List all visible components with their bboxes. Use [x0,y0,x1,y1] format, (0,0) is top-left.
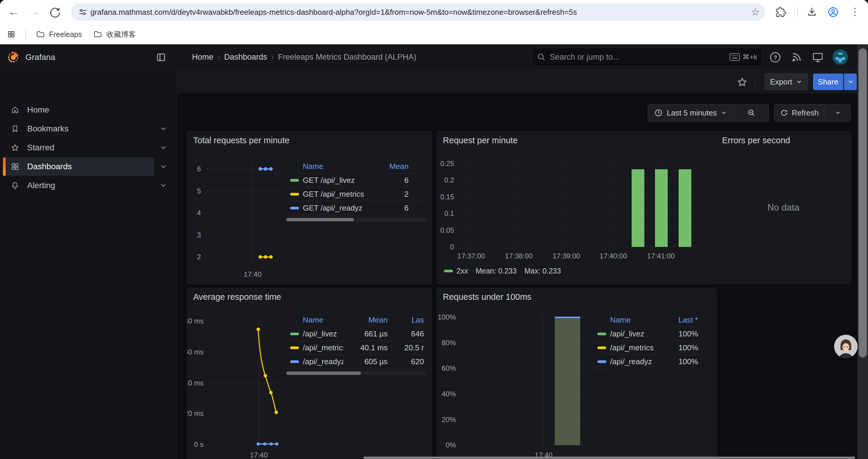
legend-row[interactable]: /api/_readyz605 µs620 [286,355,427,369]
chevron-down-icon[interactable] [159,125,167,133]
legend-scrollbar[interactable] [286,371,427,375]
legend-value: 605 µs [343,357,388,366]
legend-scrollbar-thumb[interactable] [286,371,361,375]
sidebar-item-dashboards[interactable]: Dashboards [3,157,154,176]
legend-value: 6 [385,176,427,185]
legend-row[interactable]: /api/_readyz100% [593,355,703,369]
series-name[interactable]: /api/_metrics [610,343,653,352]
address-bar[interactable]: grafana.mathmast.com/d/deytv4rwavabkb/fr… [71,4,765,21]
series-color-dash[interactable] [597,360,606,363]
sidebar-toggle-icon[interactable] [156,52,166,62]
series-color-dash[interactable] [290,347,299,349]
panel-errors-per-second: Errors per second No data [716,131,851,284]
bookmark-folder-blogs[interactable]: 收藏博客 [89,28,141,41]
legend-header-col[interactable]: Mean [343,316,388,325]
profile-icon[interactable] [828,7,838,18]
horizontal-scrollbar[interactable] [363,457,855,459]
url-text[interactable]: grafana.mathmast.com/d/deytv4rwavabkb/fr… [90,4,577,21]
series-color-dash[interactable] [290,333,299,335]
legend-header-name[interactable]: Name [286,162,385,171]
series-color-dash[interactable] [290,207,299,209]
keyboard-icon [730,53,740,61]
sidebar-item-starred[interactable]: Starred [3,138,154,157]
sidebar-item-alerting[interactable]: Alerting [3,176,154,195]
forward-button[interactable]: → [26,0,42,24]
help-icon[interactable]: ? [769,52,781,63]
legend-row[interactable]: /api/_metrics40.1 ms20.5 r [286,341,427,355]
scrollbar-thumb[interactable] [859,48,867,357]
panel-title[interactable]: Request per minute [443,136,518,145]
bookmark-star-icon[interactable]: ☆ [751,4,760,21]
back-button[interactable]: ← [5,0,22,24]
legend-row[interactable]: /api/_livez661 µs646 [286,327,427,341]
legend-scrollbar-thumb[interactable] [286,218,354,221]
scrollbar-track[interactable] [857,44,868,459]
series-color-dash[interactable] [290,193,299,196]
series-name[interactable]: /api/_livez [303,329,337,338]
export-button[interactable]: Export [765,73,808,90]
legend-scrollbar[interactable] [286,218,427,222]
series-name[interactable]: GET /api/_readyz [303,203,363,213]
legend-header-col[interactable]: Las [388,316,427,325]
assistant-avatar[interactable] [834,335,858,358]
extensions-icon[interactable] [776,7,786,18]
browser-menu-icon[interactable]: ⋮ [847,0,863,24]
kiosk-monitor-icon[interactable] [812,52,824,63]
share-button[interactable]: Share [813,73,843,90]
chevron-down-icon[interactable] [159,163,167,170]
legend-row[interactable]: GET /api/_readyz6 [286,201,427,215]
series-color-dash[interactable] [597,347,606,349]
series-name[interactable]: /api/_readyz [610,357,652,366]
share-menu-button[interactable] [844,73,857,90]
refresh-interval-button[interactable] [825,104,850,121]
legend-header-col[interactable]: Last * [668,316,703,325]
chevron-down-icon[interactable] [159,144,167,152]
search-input[interactable]: Search or jump to... ⌘+k [532,47,762,66]
grafana-logo[interactable] [7,51,20,64]
breadcrumb-separator: › [213,53,224,62]
panel-title[interactable]: Total requests per minute [193,136,289,145]
sidebar-item-home[interactable]: Home [3,101,154,119]
legend-header-name[interactable]: Name [286,316,343,325]
dashboard-toolbar: Export Share [177,70,868,94]
brand-name[interactable]: Grafana [25,44,55,70]
legend-header-col[interactable]: Mean [385,162,427,171]
series-name[interactable]: GET /api/_livez [303,176,355,185]
breadcrumb-dashboards[interactable]: Dashboards [224,53,267,62]
series-color-dash[interactable] [290,360,299,363]
panel-title[interactable]: Requests under 100ms [443,292,531,302]
bookmark-folder-freeleaps[interactable]: Freeleaps [31,28,87,41]
user-avatar[interactable] [833,49,848,65]
sidebar-item-bookmarks[interactable]: Bookmarks [3,120,154,138]
refresh-button[interactable]: Refresh [774,104,825,121]
download-icon[interactable] [807,7,817,18]
legend-row[interactable]: /api/_metrics100% [593,341,703,355]
series-name[interactable]: /api/_metrics [303,343,343,352]
series-name[interactable]: /api/_readyz [303,357,343,366]
bar[interactable] [632,169,644,247]
series-color-dash[interactable] [597,333,606,335]
chevron-down-icon[interactable] [159,182,167,189]
series-name[interactable]: GET /api/_metrics [303,190,364,199]
bar[interactable] [655,169,668,247]
search-icon [537,53,546,61]
breadcrumb-home[interactable]: Home [192,53,213,62]
time-range-picker[interactable]: Last 5 minutes [648,104,733,121]
bar[interactable] [679,169,691,247]
legend-row[interactable]: /api/_livez100% [593,327,703,341]
axis-tick: 40% [442,390,456,398]
series-name[interactable]: 2xx [457,267,468,275]
news-rss-icon[interactable] [790,52,802,63]
reload-button[interactable] [47,0,63,24]
legend-row[interactable]: GET /api/_metrics2 [286,187,427,201]
zoom-out-button[interactable] [734,104,769,121]
series-color-dash[interactable] [444,270,453,272]
apps-grid-icon[interactable] [7,30,16,38]
series-name[interactable]: /api/_livez [610,329,644,338]
panel-title[interactable]: Average response time [193,292,281,302]
favorite-star-icon[interactable] [737,76,748,88]
site-settings-icon[interactable] [78,7,88,17]
series-color-dash[interactable] [290,179,299,182]
legend-row[interactable]: GET /api/_livez6 [286,173,427,187]
legend-header-name[interactable]: Name [593,316,668,325]
